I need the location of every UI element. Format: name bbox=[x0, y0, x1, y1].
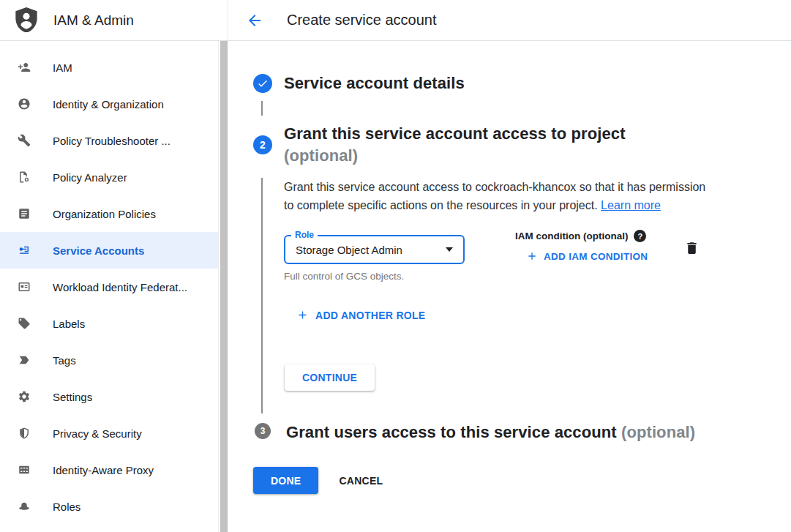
add-iam-condition-button[interactable]: ADD IAM CONDITION bbox=[526, 250, 648, 262]
service-accounts-icon bbox=[18, 244, 31, 257]
step2-number: 2 bbox=[260, 139, 266, 151]
privacy-shield-icon bbox=[18, 427, 31, 440]
learn-more-link[interactable]: Learn more bbox=[601, 199, 661, 211]
sidebar-item-label: Privacy & Security bbox=[53, 427, 142, 440]
iam-condition-block: IAM condition (optional) ? ADD IAM CONDI… bbox=[515, 230, 648, 262]
sidebar-item-label: Policy Analyzer bbox=[53, 171, 127, 184]
role-field: Role Storage Object Admin bbox=[284, 235, 465, 264]
step2-section: 2 Grant this service account access to p… bbox=[253, 121, 791, 391]
step1-header[interactable]: Service account details bbox=[253, 74, 791, 93]
sidebar-header: IAM & Admin bbox=[0, 0, 228, 40]
back-button[interactable] bbox=[246, 12, 263, 29]
step3-header[interactable]: 3 Grant users access to this service acc… bbox=[253, 422, 791, 443]
form-actions: DONE CANCEL bbox=[253, 467, 791, 494]
sidebar-item-label: Identity & Organization bbox=[53, 98, 164, 110]
step3-optional-label: (optional) bbox=[621, 423, 695, 441]
create-service-account-form: Service account details 2 Grant this ser… bbox=[228, 41, 791, 532]
sidebar-item-label: IAM bbox=[53, 61, 72, 74]
sidebar-item-identity-aware-proxy[interactable]: Identity-Aware Proxy bbox=[0, 452, 228, 488]
step-connector bbox=[261, 178, 263, 413]
role-row: Role Storage Object Admin Full control o… bbox=[284, 225, 717, 282]
label-tag-icon bbox=[18, 317, 31, 330]
cancel-button[interactable]: CANCEL bbox=[339, 475, 383, 487]
plus-icon bbox=[296, 309, 309, 321]
step3-title-text: Grant users access to this service accou… bbox=[286, 423, 617, 441]
top-bar: IAM & Admin Create service account bbox=[0, 0, 791, 41]
sidebar-item-roles[interactable]: Roles bbox=[0, 488, 228, 525]
wrench-icon bbox=[18, 134, 31, 147]
step3-title: Grant users access to this service accou… bbox=[286, 422, 695, 443]
sidebar-item-policy-troubleshooter[interactable]: Policy Troubleshooter ... bbox=[0, 122, 228, 159]
person-add-icon bbox=[18, 61, 31, 74]
sidebar-item-privacy-security[interactable]: Privacy & Security bbox=[0, 415, 228, 452]
sidebar-item-workload-identity-federation[interactable]: Workload Identity Federat... bbox=[0, 269, 228, 305]
identity-person-icon bbox=[18, 97, 31, 110]
step2-number-badge: 2 bbox=[253, 135, 272, 154]
step2-title-text: Grant this service account access to pro… bbox=[284, 124, 626, 143]
iam-condition-label: IAM condition (optional) bbox=[515, 231, 628, 242]
help-icon[interactable]: ? bbox=[634, 230, 646, 242]
plus-icon bbox=[526, 250, 538, 262]
add-another-role-button[interactable]: ADD ANOTHER ROLE bbox=[296, 309, 426, 321]
sidebar-scrollbar-thumb[interactable] bbox=[220, 41, 228, 532]
role-field-label: Role bbox=[291, 230, 318, 240]
step2-description: Grant this service account access to coc… bbox=[284, 178, 717, 214]
delete-role-button[interactable] bbox=[684, 240, 700, 258]
workload-identity-icon bbox=[18, 280, 31, 293]
sidebar-item-labels[interactable]: Labels bbox=[0, 305, 228, 342]
sidebar-item-settings[interactable]: Settings bbox=[0, 378, 228, 415]
sidebar-item-identity-organization[interactable]: Identity & Organization bbox=[0, 86, 228, 122]
role-helper-text: Full control of GCS objects. bbox=[284, 271, 465, 282]
org-policies-icon bbox=[18, 207, 31, 220]
step3-number-badge: 3 bbox=[255, 423, 271, 439]
sidebar: IAM Identity & Organization Policy Troub… bbox=[0, 41, 228, 532]
sidebar-item-organization-policies[interactable]: Organization Policies bbox=[0, 195, 228, 232]
sidebar-item-label: Workload Identity Federat... bbox=[53, 281, 187, 293]
sidebar-item-label: Policy Troubleshooter ... bbox=[53, 135, 170, 147]
product-name: IAM & Admin bbox=[53, 12, 134, 29]
continue-button[interactable]: CONTINUE bbox=[285, 364, 375, 391]
step1-complete-check-icon bbox=[253, 74, 272, 93]
sidebar-item-label: Roles bbox=[53, 501, 80, 513]
gear-icon bbox=[18, 390, 31, 403]
step2-optional-label: (optional) bbox=[284, 145, 717, 167]
dropdown-caret-icon bbox=[446, 247, 453, 252]
step1-title: Service account details bbox=[284, 74, 465, 93]
sidebar-item-label: Settings bbox=[53, 391, 92, 403]
step-connector bbox=[261, 101, 263, 116]
add-another-role-label: ADD ANOTHER ROLE bbox=[315, 310, 426, 321]
iam-shield-logo-icon bbox=[15, 7, 38, 34]
tag-arrow-icon bbox=[18, 353, 31, 367]
policy-analyzer-icon bbox=[18, 171, 31, 184]
done-button[interactable]: DONE bbox=[253, 467, 318, 494]
sidebar-item-label: Service Accounts bbox=[53, 244, 144, 257]
sidebar-item-label: Tags bbox=[53, 354, 76, 367]
sidebar-item-label: Organization Policies bbox=[53, 208, 156, 220]
page-header: Create service account bbox=[228, 0, 791, 40]
add-iam-condition-label: ADD IAM CONDITION bbox=[544, 251, 648, 262]
iam-admin-app: IAM & Admin Create service account IAM bbox=[0, 0, 791, 532]
page-title: Create service account bbox=[287, 12, 437, 29]
sidebar-item-label: Identity-Aware Proxy bbox=[53, 464, 154, 476]
sidebar-item-iam[interactable]: IAM bbox=[0, 49, 228, 86]
sidebar-item-policy-analyzer[interactable]: Policy Analyzer bbox=[0, 159, 228, 195]
trash-icon bbox=[684, 240, 700, 256]
iap-icon bbox=[18, 463, 31, 476]
sidebar-item-label: Labels bbox=[53, 318, 85, 330]
roles-hat-icon bbox=[18, 500, 31, 513]
step2-title: Grant this service account access to pro… bbox=[284, 123, 717, 167]
step3-number: 3 bbox=[260, 426, 266, 436]
role-dropdown-value: Storage Object Admin bbox=[296, 244, 402, 256]
sidebar-item-service-accounts[interactable]: Service Accounts bbox=[0, 232, 228, 269]
sidebar-scrollbar-track bbox=[218, 41, 228, 532]
sidebar-item-tags[interactable]: Tags bbox=[0, 342, 228, 378]
